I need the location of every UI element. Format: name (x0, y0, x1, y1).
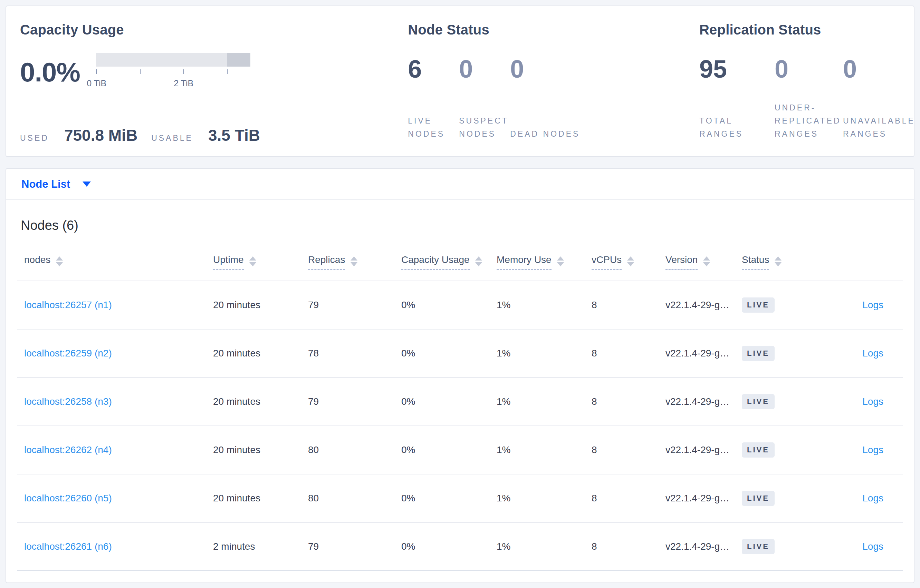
replicas-cell: 79 (308, 299, 401, 310)
column-header-nodes[interactable]: nodes (17, 254, 213, 269)
vcpus-cell: 8 (591, 541, 666, 552)
total-ranges-label: TOTAL RANGES (699, 114, 770, 141)
axis-tick-label: 0 TiB (87, 78, 106, 88)
logs-link[interactable]: Logs (862, 541, 883, 552)
node-list-dropdown-label: Node List (21, 178, 70, 191)
version-cell: v22.1.4-29-g… (666, 396, 742, 407)
suspect-nodes-count: 0 (459, 55, 510, 83)
node-status-section: Node Status 6 LIVE NODES 0 SUSPECT NODES… (408, 22, 699, 156)
node-status-title: Node Status (408, 22, 699, 38)
logs-link[interactable]: Logs (862, 444, 883, 455)
used-label: USED (20, 134, 49, 143)
logs-link[interactable]: Logs (862, 348, 883, 359)
column-header-vcpus[interactable]: vCPUs (591, 254, 666, 270)
live-nodes-label: LIVE NODES (408, 114, 459, 141)
uptime-cell: 20 minutes (213, 493, 308, 504)
axis-tick (96, 69, 97, 74)
capacity-used-percent: 0.0% (20, 57, 80, 88)
chevron-down-icon (83, 181, 91, 187)
sort-icon (350, 256, 358, 267)
dead-nodes-stat: 0 DEAD NODES (510, 55, 580, 141)
replicas-cell: 79 (308, 396, 401, 407)
usable-label: USABLE (151, 134, 193, 143)
table-row: localhost:26257 (n1) 20 minutes 79 0% 1%… (17, 281, 903, 330)
live-nodes-count: 6 (408, 55, 459, 83)
column-header-uptime[interactable]: Uptime (213, 254, 308, 270)
under-replicated-ranges-stat: 0 UNDER-REPLICATED RANGES (774, 55, 843, 141)
axis-tick (183, 69, 184, 74)
capacity-cell: 0% (401, 541, 497, 552)
node-link[interactable]: localhost:26262 (n4) (24, 444, 112, 455)
status-badge: LIVE (742, 394, 774, 409)
column-header-capacity-usage[interactable]: Capacity Usage (401, 254, 497, 270)
replicas-cell: 80 (308, 493, 401, 504)
memory-cell: 1% (497, 493, 591, 504)
version-cell: v22.1.4-29-g… (666, 541, 742, 552)
capacity-cell: 0% (401, 493, 497, 504)
node-link[interactable]: localhost:26258 (n3) (24, 396, 112, 407)
axis-tick-label: 2 TiB (174, 78, 193, 88)
logs-link[interactable]: Logs (862, 493, 883, 504)
view-selector-bar: Node List (6, 169, 914, 200)
node-link[interactable]: localhost:26259 (n2) (24, 348, 112, 359)
capacity-bar-usable-segment (96, 53, 227, 66)
total-ranges-stat: 95 TOTAL RANGES (699, 55, 774, 141)
replicas-cell: 78 (308, 348, 401, 359)
node-link[interactable]: localhost:26261 (n6) (24, 541, 112, 552)
replicas-cell: 80 (308, 444, 401, 456)
table-row: localhost:26261 (n6) 2 minutes 79 0% 1% … (17, 523, 903, 571)
replication-status-section: Replication Status 95 TOTAL RANGES 0 UND… (699, 22, 914, 156)
vcpus-cell: 8 (591, 396, 666, 407)
memory-cell: 1% (497, 396, 591, 407)
used-value: 750.8 MiB (64, 126, 138, 145)
table-row: localhost:26258 (n3) 20 minutes 79 0% 1%… (17, 378, 903, 426)
under-replicated-ranges-label: UNDER-REPLICATED RANGES (774, 101, 843, 141)
memory-cell: 1% (497, 299, 591, 310)
uptime-cell: 2 minutes (213, 541, 308, 552)
status-badge: LIVE (742, 539, 774, 554)
live-nodes-stat: 6 LIVE NODES (408, 55, 459, 141)
uptime-cell: 20 minutes (213, 299, 308, 310)
memory-cell: 1% (497, 348, 591, 359)
column-header-version[interactable]: Version (666, 254, 742, 270)
column-header-replicas[interactable]: Replicas (308, 254, 401, 270)
sort-icon (703, 256, 710, 267)
column-header-memory-use[interactable]: Memory Use (497, 254, 591, 270)
node-link[interactable]: localhost:26260 (n5) (24, 493, 112, 504)
sort-icon (774, 256, 782, 267)
suspect-nodes-stat: 0 SUSPECT NODES (459, 55, 510, 141)
table-row: localhost:26259 (n2) 20 minutes 78 0% 1%… (17, 330, 903, 378)
logs-link[interactable]: Logs (862, 396, 883, 407)
nodes-table-title: Nodes (6) (21, 218, 903, 233)
uptime-cell: 20 minutes (213, 396, 308, 407)
cluster-summary-card: Capacity Usage 0.0% 0 TiB 2 TiB USED 750… (5, 5, 915, 157)
node-list-dropdown[interactable]: Node List (21, 178, 91, 191)
vcpus-cell: 8 (591, 299, 666, 310)
capacity-cell: 0% (401, 348, 497, 359)
vcpus-cell: 8 (591, 348, 666, 359)
version-cell: v22.1.4-29-g… (666, 444, 742, 456)
sort-icon (56, 256, 63, 267)
table-row: localhost:26262 (n4) 20 minutes 80 0% 1%… (17, 426, 903, 475)
node-list-panel: Node List Nodes (6) nodes Uptime Replica… (5, 168, 915, 583)
axis-tick (227, 69, 228, 74)
replication-status-title: Replication Status (699, 22, 914, 38)
suspect-nodes-label: SUSPECT NODES (459, 114, 510, 141)
memory-cell: 1% (497, 444, 591, 456)
under-replicated-ranges-count: 0 (774, 55, 843, 83)
capacity-usage-section: Capacity Usage 0.0% 0 TiB 2 TiB USED 750… (20, 22, 408, 156)
unavailable-ranges-count: 0 (843, 55, 914, 83)
logs-link[interactable]: Logs (862, 299, 883, 310)
uptime-cell: 20 minutes (213, 348, 308, 359)
dead-nodes-label: DEAD NODES (510, 127, 580, 141)
status-badge: LIVE (742, 443, 774, 457)
vcpus-cell: 8 (591, 493, 666, 504)
capacity-cell: 0% (401, 396, 497, 407)
sort-icon (249, 256, 256, 267)
axis-tick (140, 69, 141, 74)
capacity-usage-title: Capacity Usage (20, 22, 408, 38)
column-header-status[interactable]: Status (742, 254, 828, 270)
node-link[interactable]: localhost:26257 (n1) (24, 299, 112, 310)
sort-icon (627, 256, 634, 267)
memory-cell: 1% (497, 541, 591, 552)
